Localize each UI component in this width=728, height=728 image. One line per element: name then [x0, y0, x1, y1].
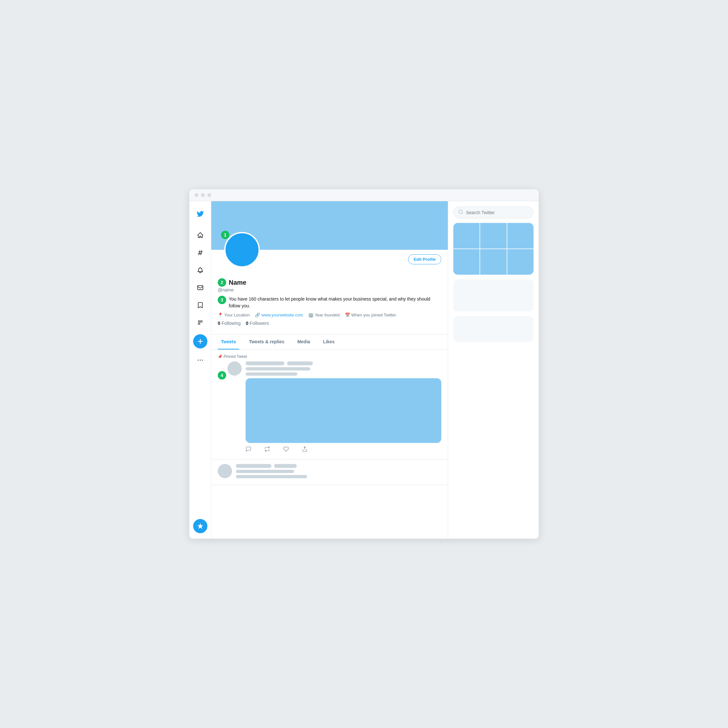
photo-cell-6	[507, 249, 534, 275]
pinned-tweet: 📌 Pinned Tweet 4	[211, 350, 448, 459]
tweet-text-bar-2a	[236, 470, 294, 473]
tweet-name-bar-2	[236, 464, 271, 468]
tweet-actions-1	[246, 446, 441, 452]
tweet-name-line-1	[246, 361, 441, 365]
browser-body: 1 Edit Profile 2 Name @name 3 You have 1	[189, 201, 539, 539]
meta-location: 📍 Your Location	[218, 312, 250, 317]
tab-likes[interactable]: Likes	[320, 335, 338, 349]
tweet-avatar-2	[218, 464, 232, 478]
svg-point-4	[202, 360, 203, 361]
tabs-bar: Tweets Tweets & replies Media Likes	[211, 335, 448, 350]
sidebar-item-tweet-button[interactable]	[193, 334, 208, 349]
photo-cell-2	[480, 223, 506, 248]
calendar-icon: 📅	[345, 312, 350, 317]
meta-year: 🏢 Year founded	[308, 312, 340, 317]
traffic-light-maximize[interactable]	[207, 193, 211, 197]
search-icon	[458, 210, 463, 216]
right-placeholder-1	[453, 279, 534, 312]
tweet-text-bar-1b	[246, 372, 297, 376]
tab-media[interactable]: Media	[294, 335, 314, 349]
sidebar-item-more[interactable]	[193, 353, 208, 367]
following-count: 0	[218, 321, 220, 326]
traffic-light-minimize[interactable]	[201, 193, 205, 197]
profile-info: 2 Name @name 3 You have 160 characters t…	[218, 256, 441, 334]
following-count-wrapper[interactable]: 0 Following	[218, 321, 241, 326]
follow-row: 0 Following 0 Followers	[218, 321, 441, 326]
search-box	[453, 206, 534, 219]
twitter-logo-icon[interactable]	[193, 206, 208, 221]
photo-grid-card	[453, 223, 534, 275]
tweet-content-1	[246, 361, 441, 452]
tweet-text-bar-1a	[246, 367, 310, 370]
sidebar-item-home[interactable]	[193, 228, 208, 243]
location-text: Your Location	[224, 312, 250, 317]
sidebar-item-explore[interactable]	[193, 245, 208, 260]
svg-point-5	[459, 210, 462, 214]
tweet-handle-bar-2	[274, 464, 297, 468]
tweet-content-2	[236, 464, 441, 480]
profile-bio: You have 160 characters to let people kn…	[229, 296, 441, 309]
right-placeholder-2	[453, 316, 534, 342]
tweet-media-1	[246, 378, 441, 443]
pinned-label: 📌 Pinned Tweet	[218, 354, 441, 359]
share-button-1[interactable]	[302, 446, 308, 452]
reply-button-1[interactable]	[246, 446, 251, 452]
tweet-name-line-2	[236, 464, 441, 468]
sidebar-item-lists[interactable]	[193, 315, 208, 330]
main-content: 1 Edit Profile 2 Name @name 3 You have 1	[211, 201, 448, 539]
sidebar-item-spaces[interactable]	[193, 518, 208, 534]
avatar	[224, 232, 260, 268]
meta-website[interactable]: 🔗 www.yourwebsite.com	[255, 312, 303, 317]
badge-4: 4	[218, 371, 226, 379]
badge-3: 3	[218, 296, 226, 304]
year-icon: 🏢	[308, 312, 314, 317]
edit-profile-button[interactable]: Edit Profile	[408, 254, 441, 265]
sidebar-item-notifications[interactable]	[193, 263, 208, 278]
tweet-list: 📌 Pinned Tweet 4	[211, 350, 448, 485]
avatar-wrapper: 1	[224, 232, 260, 268]
svg-point-3	[200, 360, 200, 361]
website-link[interactable]: www.yourwebsite.com	[262, 312, 303, 317]
profile-section: 1 Edit Profile 2 Name @name 3 You have 1	[211, 250, 448, 335]
profile-meta: 📍 Your Location 🔗 www.yourwebsite.com 🏢 …	[218, 312, 441, 317]
sidebar-item-bookmarks[interactable]	[193, 298, 208, 312]
location-icon: 📍	[218, 312, 223, 317]
photo-cell-5	[480, 249, 506, 275]
badge-1: 1	[221, 231, 229, 239]
following-label: Following	[222, 321, 241, 326]
link-icon: 🔗	[255, 312, 260, 317]
profile-handle: @name	[218, 287, 441, 292]
tab-tweets[interactable]: Tweets	[218, 335, 239, 349]
photo-cell-1	[453, 223, 480, 248]
like-button-1[interactable]	[283, 446, 289, 452]
traffic-light-close[interactable]	[194, 193, 198, 197]
badge-2: 2	[218, 278, 226, 287]
meta-joined: 📅 When you joined Twitter	[345, 312, 396, 317]
retweet-button-1[interactable]	[265, 446, 270, 452]
pinned-text: Pinned Tweet	[223, 354, 247, 359]
tweet-avatar-1	[228, 361, 242, 376]
profile-name: Name	[229, 279, 246, 286]
search-input[interactable]	[466, 210, 529, 215]
tab-tweets-replies[interactable]: Tweets & replies	[246, 335, 287, 349]
photo-grid	[453, 223, 534, 275]
tweet-header-2	[218, 464, 441, 480]
bio-wrapper: 3 You have 160 characters to let people …	[218, 296, 441, 309]
pin-icon: 📌	[218, 355, 222, 359]
left-sidebar	[189, 201, 211, 539]
svg-point-2	[198, 360, 199, 361]
tweet-handle-bar-1	[287, 361, 313, 365]
joined-text: When you joined Twitter	[352, 312, 396, 317]
photo-cell-4	[453, 249, 480, 275]
photo-cell-3	[507, 223, 534, 248]
browser-titlebar	[189, 189, 539, 201]
tweet-name-bar-1	[246, 361, 284, 365]
profile-name-row: 2 Name	[218, 278, 441, 287]
followers-count-wrapper[interactable]: 0 Followers	[246, 321, 269, 326]
tweet-text-bar-2b	[236, 475, 307, 478]
tweet-item-2	[211, 459, 448, 485]
year-text: Year founded	[315, 312, 340, 317]
right-sidebar	[448, 201, 539, 539]
sidebar-item-messages[interactable]	[193, 280, 208, 295]
followers-label: Followers	[250, 321, 269, 326]
